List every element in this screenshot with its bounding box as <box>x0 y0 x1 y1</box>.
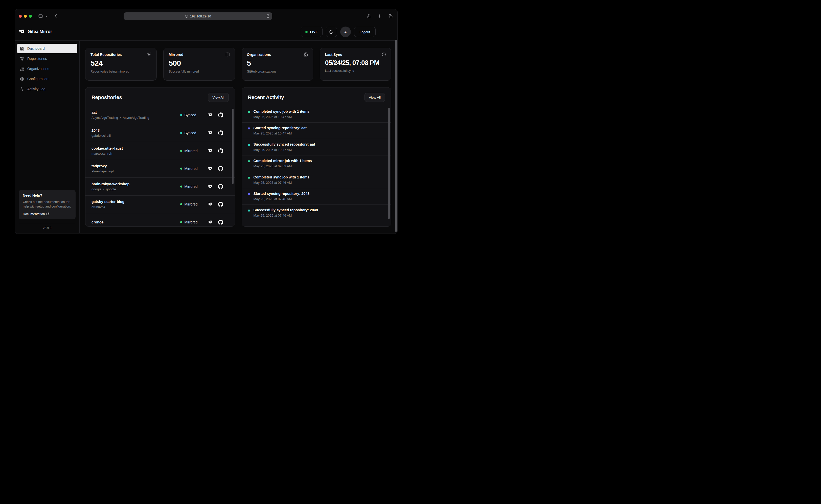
theme-toggle-button[interactable] <box>326 27 337 37</box>
gitea-link-icon[interactable] <box>208 166 213 171</box>
status-dot <box>180 186 182 188</box>
activity-scrollbar[interactable] <box>388 108 390 219</box>
activity-text: Successfully synced repository: 2048 <box>254 208 318 212</box>
sidebar-item-repositories[interactable]: Repositories <box>17 54 77 63</box>
activity-view-all-button[interactable]: View All <box>364 93 385 102</box>
activity-text: Successfully synced repository: aat <box>254 142 315 146</box>
browser-toolbar: 192.168.29.10 <box>15 9 397 23</box>
github-link-icon[interactable] <box>218 184 223 189</box>
external-link-icon <box>46 212 50 216</box>
stat-title: Mirrored <box>169 53 183 57</box>
bullet-separator: • <box>103 187 104 191</box>
address-bar[interactable]: 192.168.29.10 <box>124 12 272 20</box>
stat-title: Last Sync <box>325 53 342 57</box>
toolbar-right-icons <box>366 14 393 18</box>
github-link-icon[interactable] <box>218 202 223 207</box>
repositories-scrollbar[interactable] <box>232 109 234 184</box>
gear-icon <box>20 77 24 81</box>
activity-dot <box>248 144 250 146</box>
logout-button[interactable]: Logout <box>354 27 376 37</box>
status-label: Synced <box>185 113 196 117</box>
github-link-icon[interactable] <box>218 130 223 135</box>
repository-name: brain-tokyo-workshop <box>92 182 180 186</box>
activity-item: Started syncing repository: 2048 May 25,… <box>242 188 391 204</box>
repository-owner: marcosschroh• <box>92 152 180 155</box>
gitea-link-icon[interactable] <box>208 202 213 207</box>
sidebar-item-label: Dashboard <box>27 47 45 51</box>
sidebar-item-label: Organizations <box>27 67 49 71</box>
moon-icon <box>329 30 333 34</box>
sidebar-item-dashboard[interactable]: Dashboard <box>17 44 77 53</box>
status-label: Mirrored <box>185 167 198 171</box>
status-label: Mirrored <box>185 149 198 153</box>
github-link-icon[interactable] <box>218 220 223 225</box>
repositories-panel: Repositories View All aat AsyncAlgoTradi… <box>85 87 235 227</box>
live-label: LIVE <box>310 30 318 34</box>
stat-card-mirrored: Mirrored 500 Successfully mirrored <box>163 48 235 81</box>
chevron-down-icon[interactable] <box>45 15 48 18</box>
share-icon[interactable] <box>366 14 371 18</box>
sidebar-item-label: Configuration <box>27 77 48 81</box>
gitea-link-icon[interactable] <box>208 220 213 225</box>
dashboard-icon <box>20 47 24 51</box>
status-dot <box>180 132 182 134</box>
repository-status: Synced <box>180 131 202 135</box>
zoom-window-button[interactable] <box>29 15 32 18</box>
repository-status: Mirrored <box>180 202 202 206</box>
stat-subtitle: Repositories being mirrored <box>90 70 151 73</box>
repository-row: tsdproxy almeidapaulopt• Mirrored <box>85 160 235 178</box>
activity-text: Completed mirror job with 1 items <box>254 159 312 163</box>
gitea-link-icon[interactable] <box>208 130 213 135</box>
repository-status: Synced <box>180 113 202 117</box>
activity-item: Completed sync job with 1 items May 25, … <box>242 106 391 122</box>
sidebar-item-organizations[interactable]: Organizations <box>17 64 77 74</box>
gitea-link-icon[interactable] <box>208 184 213 189</box>
status-dot <box>180 114 182 116</box>
traffic-lights <box>19 15 32 18</box>
new-tab-icon[interactable] <box>377 14 382 18</box>
activity-item: Started syncing repository: aat May 25, … <box>242 122 391 139</box>
sidebar-item-label: Repositories <box>27 57 47 61</box>
repository-owner: almeidapaulopt• <box>92 169 180 173</box>
back-button-icon[interactable] <box>53 13 58 18</box>
sidebar-item-activity-log[interactable]: Activity Log <box>17 84 77 94</box>
activity-text: Started syncing repository: 2048 <box>254 192 310 196</box>
activity-timestamp: May 25, 2025 at 10:47 AM <box>254 131 307 135</box>
building-icon <box>20 67 24 71</box>
status-label: Synced <box>185 131 196 135</box>
activity-dot <box>248 210 250 212</box>
sidebar-item-configuration[interactable]: Configuration <box>17 74 77 84</box>
reader-view-icon[interactable] <box>266 14 270 18</box>
stat-title: Total Repositories <box>90 53 122 57</box>
stat-value: 05/24/25, 07:08 PM <box>325 59 386 67</box>
stat-card-organizations: Organizations 5 GitHub organizations <box>242 48 313 81</box>
avatar[interactable]: A <box>340 27 351 37</box>
activity-item: Successfully synced repository: aat May … <box>242 139 391 155</box>
github-link-icon[interactable] <box>218 112 223 118</box>
live-status-badge[interactable]: LIVE <box>301 27 322 37</box>
minimize-window-button[interactable] <box>24 15 27 18</box>
close-window-button[interactable] <box>19 15 22 18</box>
page-scrollbar[interactable] <box>395 40 397 232</box>
stat-subtitle: Last successful sync <box>325 69 386 73</box>
github-link-icon[interactable] <box>218 166 223 171</box>
app-title: Gitea Mirror <box>28 29 52 34</box>
documentation-link[interactable]: Documentation <box>23 212 72 216</box>
activity-item: Completed sync job with 1 items May 25, … <box>242 172 391 188</box>
status-dot <box>180 221 182 223</box>
gitea-link-icon[interactable] <box>208 112 213 118</box>
repository-row: brain-tokyo-workshop google•google Mirro… <box>85 177 235 195</box>
stat-subtitle: Successfully mirrored <box>169 70 230 73</box>
repositories-view-all-button[interactable]: View All <box>208 93 229 102</box>
status-dot <box>180 203 182 205</box>
activity-timestamp: May 25, 2025 at 07:46 AM <box>254 197 310 201</box>
repository-status: Mirrored <box>180 220 202 224</box>
repositories-panel-title: Repositories <box>92 94 122 100</box>
tab-overview-icon[interactable] <box>388 14 393 18</box>
repository-row: aat AsyncAlgoTrading•AsyncAlgoTrading Sy… <box>85 106 235 124</box>
gitea-link-icon[interactable] <box>208 148 213 153</box>
sidebar-toggle-icon[interactable] <box>38 14 43 18</box>
activity-timestamp: May 25, 2025 at 07:46 AM <box>254 214 318 217</box>
status-label: Mirrored <box>185 185 198 189</box>
github-link-icon[interactable] <box>218 148 223 153</box>
